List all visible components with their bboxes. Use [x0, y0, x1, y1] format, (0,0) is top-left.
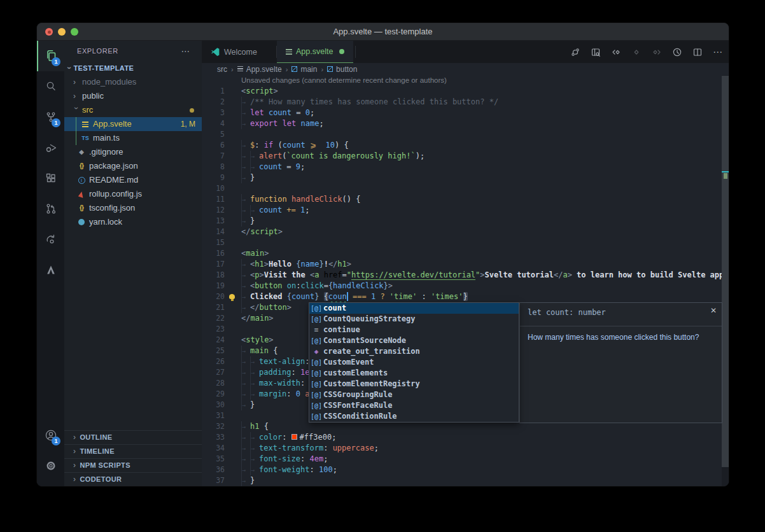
- lightbulb-icon[interactable]: [229, 294, 235, 299]
- activity-item-azure[interactable]: [37, 255, 64, 285]
- suggest-item-create_out_transition[interactable]: ◈create_out_transition: [309, 346, 519, 357]
- suggest-item-countqueuingstrategy[interactable]: [@]CountQueuingStrategy: [309, 314, 519, 325]
- suggest-label: CustomEvent: [323, 357, 374, 368]
- activity-item-source-control[interactable]: 1: [37, 102, 64, 132]
- activity-item-run-debug[interactable]: [37, 132, 64, 163]
- tree-file-readme-md[interactable]: README.md: [64, 173, 202, 187]
- code-line-35[interactable]: 35→→font-size: 4em;: [202, 454, 722, 465]
- activity-item-extensions[interactable]: [37, 163, 64, 193]
- suggest-item-continue[interactable]: ≡continue: [309, 325, 519, 335]
- code-line-18[interactable]: 18→<p>Visit the <a href="https://svelte.…: [202, 270, 722, 281]
- line-number: 24: [202, 335, 225, 346]
- line-number: 20: [202, 291, 225, 302]
- breadcrumb-item-button[interactable]: button: [327, 65, 357, 74]
- tree-file-package-json[interactable]: {}package.json: [64, 159, 202, 173]
- suggest-item-count[interactable]: [@]count: [309, 303, 519, 314]
- activity-item-settings[interactable]: [37, 451, 64, 481]
- color-swatch[interactable]: [291, 434, 297, 440]
- activity-item-explorer[interactable]: 1: [37, 41, 64, 71]
- tree-file-yarn-lock[interactable]: yarn.lock: [64, 215, 202, 229]
- whitespace-tab-marker: →: [250, 432, 259, 443]
- file-label: yarn.lock: [89, 215, 122, 229]
- sidebar-section-codetour[interactable]: ›CODETOUR: [64, 472, 202, 486]
- sidebar-section-outline[interactable]: ›OUTLINE: [64, 430, 202, 444]
- activity-item-accounts[interactable]: 1: [37, 420, 64, 451]
- editor-scrollbar[interactable]: [722, 75, 729, 487]
- activity-item-live-share[interactable]: [37, 224, 64, 255]
- code-line-36[interactable]: 36→→font-weight: 100;: [202, 465, 722, 475]
- tree-folder-public[interactable]: ›public: [64, 89, 202, 103]
- close-icon[interactable]: ✕: [710, 306, 717, 315]
- tree-file-rollup-config-js[interactable]: rollup.config.js: [64, 187, 202, 201]
- code-line-12[interactable]: 12→→count += 1;: [202, 205, 722, 216]
- suggest-item-cssconditionrule[interactable]: [@]CSSConditionRule: [309, 411, 519, 422]
- next-change-icon[interactable]: [650, 45, 664, 59]
- code-line-19[interactable]: 19→<button on:click={handleClick}>: [202, 281, 722, 291]
- current-change-icon[interactable]: [629, 45, 643, 59]
- open-changes-icon[interactable]: [568, 45, 582, 59]
- code-line-6[interactable]: 6→$: if (count ⩾ 10) {: [202, 140, 722, 151]
- sidebar-section-timeline[interactable]: ›TIMELINE: [64, 444, 202, 458]
- workspace-root-item[interactable]: ›TEST-TEMPLATE: [64, 61, 202, 75]
- suggest-item-cssfontfacerule[interactable]: [@]CSSFontFaceRule: [309, 400, 519, 411]
- code-line-37[interactable]: 37→}: [202, 475, 722, 486]
- whitespace-tab-marker: →: [241, 443, 250, 454]
- suggest-item-cssgroupingrule[interactable]: [@]CSSGroupingRule: [309, 389, 519, 400]
- breadcrumb-item-main[interactable]: main: [291, 65, 317, 74]
- toggle-blame-icon[interactable]: [670, 45, 684, 59]
- tree-file-main-ts[interactable]: TSmain.ts: [64, 131, 202, 145]
- suggest-item-constantsourcenode[interactable]: [@]ConstantSourceNode: [309, 335, 519, 346]
- tab-welcome[interactable]: Welcome: [202, 41, 266, 63]
- breadcrumb-item-src[interactable]: src: [217, 65, 227, 74]
- more-actions-icon[interactable]: ⋯: [181, 41, 190, 61]
- whitespace-tab-marker: →: [250, 443, 259, 454]
- suggest-item-customevent[interactable]: [@]CustomEvent: [309, 357, 519, 368]
- more-actions-icon[interactable]: ⋯: [711, 45, 725, 59]
- code-line-9[interactable]: 9→}: [202, 172, 722, 183]
- whitespace-tab-marker: →: [241, 356, 250, 367]
- code-line-11[interactable]: 11→function handleClick() {: [202, 194, 722, 205]
- code-line-13[interactable]: 13→}: [202, 216, 722, 227]
- code-line-20[interactable]: 20→Clicked {count} {coun === 1 ? 'time' …: [202, 291, 722, 302]
- code-line-8[interactable]: 8→→count = 9;: [202, 162, 722, 172]
- suggest-item-customelements[interactable]: [@]customElements: [309, 368, 519, 379]
- tree-file-tsconfig-json[interactable]: {}tsconfig.json: [64, 201, 202, 215]
- ts-file-icon: TS: [81, 131, 90, 145]
- suggest-item-customelementregistry[interactable]: [@]CustomElementRegistry: [309, 379, 519, 389]
- breadcrumb-separator: ›: [321, 66, 323, 73]
- tree-file--gitignore[interactable]: ◆.gitignore: [64, 145, 202, 159]
- code-line-4[interactable]: 4→export let name;: [202, 118, 722, 129]
- svelte-file-icon: [81, 122, 90, 127]
- whitespace-tab-marker: →: [250, 356, 259, 367]
- tree-folder-src[interactable]: ›src: [64, 103, 202, 117]
- code-line-7[interactable]: 7→→alert(`count is dangerously high!`);: [202, 151, 722, 162]
- code-line-33[interactable]: 33→→color: #ff3e00;: [202, 432, 722, 443]
- code-line-3[interactable]: 3→let count = 0;: [202, 108, 722, 118]
- scrollbar-slider[interactable]: [722, 76, 729, 467]
- open-preview-icon[interactable]: [589, 45, 603, 59]
- code-line-14[interactable]: 14</script>: [202, 227, 722, 237]
- code-line-5[interactable]: 5: [202, 129, 722, 140]
- tree-file-app-svelte[interactable]: App.svelte1, M: [64, 117, 202, 131]
- code-area[interactable]: Unsaved changes (cannot determine recent…: [202, 75, 722, 487]
- code-line-2[interactable]: 2→/** How many times has someone clicked…: [202, 97, 722, 108]
- activity-item-github-pr[interactable]: [37, 193, 64, 224]
- tab-app-svelte[interactable]: App.svelte: [277, 41, 353, 63]
- tree-folder-node-modules[interactable]: ›node_modules: [64, 75, 202, 89]
- code-line-1[interactable]: 1<script>: [202, 86, 722, 97]
- code-line-10[interactable]: 10: [202, 183, 722, 194]
- code-line-16[interactable]: 16<main>: [202, 248, 722, 259]
- sidebar-section-npm-scripts[interactable]: ›NPM SCRIPTS: [64, 458, 202, 472]
- line-number: 25: [202, 346, 225, 356]
- code-line-17[interactable]: 17→<h1>Hello {name}!</h1>: [202, 259, 722, 270]
- file-label: README.md: [89, 173, 138, 187]
- breadcrumb-item-app-svelte[interactable]: App.svelte: [237, 65, 282, 74]
- activity-item-search[interactable]: [37, 71, 64, 102]
- symbol-icon: [291, 66, 297, 72]
- split-editor-icon[interactable]: [691, 45, 705, 59]
- previous-change-icon[interactable]: [609, 45, 623, 59]
- code-line-15[interactable]: 15: [202, 237, 722, 248]
- code-line-34[interactable]: 34→→text-transform: uppercase;: [202, 443, 722, 454]
- whitespace-tab-marker: →: [241, 389, 250, 400]
- line-number: 35: [202, 454, 225, 465]
